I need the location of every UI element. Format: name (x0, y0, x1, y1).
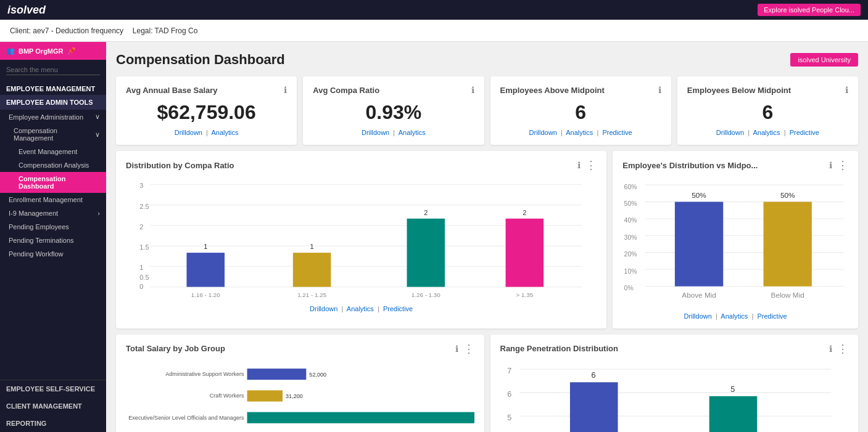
sidebar-item-pending-workflow[interactable]: Pending Workflow (0, 247, 106, 261)
stat-card-links-1: Drilldown | Analytics (126, 129, 287, 136)
employee-admin-tools-label: EMPLOYEE ADMIN TOOLS (0, 95, 106, 110)
svg-text:31,200: 31,200 (286, 393, 303, 399)
sidebar-item-event-mgmt[interactable]: Event Management (0, 145, 106, 158)
sidebar-item-comp-analysis[interactable]: Compensation Analysis (0, 158, 106, 172)
svg-text:1.26 - 1.30: 1.26 - 1.30 (411, 291, 441, 298)
sidebar-item-i9-mgmt[interactable]: I-9 Management › (0, 206, 106, 220)
stat-card-links-4: Drilldown | Analytics | Predictive (687, 129, 848, 136)
svg-text:6: 6 (507, 390, 511, 399)
analytics-link-2[interactable]: Analytics (399, 129, 426, 136)
chart-midpoint-actions: ℹ ⋮ (829, 160, 848, 171)
explore-cta-button[interactable]: Explore isolved People Clou... (758, 4, 861, 16)
dots-menu-salary[interactable]: ⋮ (463, 343, 474, 354)
svg-text:1: 1 (139, 264, 143, 271)
info-icon-compa[interactable]: ℹ (577, 160, 581, 170)
chart-range-actions: ℹ ⋮ (829, 343, 848, 354)
sidebar-item-pending-terminations[interactable]: Pending Terminations (0, 234, 106, 247)
analytics-link-compa[interactable]: Analytics (347, 305, 374, 312)
stat-card-value-1: $62,759.06 (126, 101, 287, 124)
user-group-icon: 👥 (6, 47, 15, 55)
analytics-link-1[interactable]: Analytics (211, 129, 238, 136)
svg-text:3: 3 (139, 182, 143, 189)
analytics-link-3[interactable]: Analytics (566, 129, 593, 136)
dots-menu-compa[interactable]: ⋮ (585, 160, 597, 171)
predictive-link-compa[interactable]: Predictive (383, 305, 413, 312)
drilldown-link-3[interactable]: Drilldown (529, 129, 557, 136)
chart-compa-actions: ℹ ⋮ (577, 160, 597, 171)
svg-text:50%: 50% (692, 191, 707, 199)
svg-text:1.5: 1.5 (139, 243, 149, 251)
sidebar-bottom: EMPLOYEE SELF-SERVICE CLIENT MANAGEMENT … (0, 380, 106, 432)
stat-card-title-4: Employees Below Midpoint (687, 86, 791, 95)
predictive-link-3[interactable]: Predictive (602, 129, 632, 136)
sidebar-item-reporting[interactable]: REPORTING (0, 415, 106, 432)
chevron-down-icon: ∨ (95, 131, 100, 139)
stat-card-header-2: Avg Compa Ratio ℹ (313, 85, 474, 95)
info-icon-2[interactable]: ℹ (471, 85, 474, 95)
svg-text:5: 5 (730, 385, 735, 394)
chevron-right-icon: › (97, 210, 100, 217)
info-icon-3[interactable]: ℹ (658, 85, 661, 95)
bar-1-16-1-20 (186, 253, 225, 287)
bar-above-mid (675, 202, 723, 286)
drilldown-link-2[interactable]: Drilldown (362, 129, 389, 136)
svg-text:1: 1 (204, 243, 207, 250)
sidebar-item-enrollment-mgmt[interactable]: Enrollment Management (0, 193, 106, 206)
info-icon-range[interactable]: ℹ (829, 344, 832, 354)
stat-card-title-2: Avg Compa Ratio (313, 86, 379, 95)
org-mgr-section[interactable]: 👥 BMP OrgMGR 📌 (0, 42, 106, 60)
info-icon-midpoint[interactable]: ℹ (829, 160, 832, 170)
sidebar-item-compensation-mgmt[interactable]: Compensation Management ∨ (0, 124, 106, 145)
stat-card-value-4: 6 (687, 101, 848, 124)
info-icon-salary[interactable]: ℹ (455, 344, 458, 354)
drilldown-link-1[interactable]: Drilldown (175, 129, 202, 136)
stat-card-links-3: Drilldown | Analytics | Predictive (500, 129, 661, 136)
sidebar-item-client-mgmt[interactable]: CLIENT MANAGEMENT (0, 397, 106, 415)
chart-distribution-compa: Distribution by Compa Ratio ℹ ⋮ 3 2.5 2 … (116, 151, 606, 328)
university-button[interactable]: isolved University (790, 53, 858, 67)
svg-text:0.5: 0.5 (139, 274, 149, 281)
sidebar-item-comp-dashboard[interactable]: Compensation Dashboard (0, 172, 106, 193)
bar-gt-1-35 (506, 219, 544, 287)
svg-text:1.21 - 1.25: 1.21 - 1.25 (297, 291, 327, 298)
svg-text:Executive/Senior Level Officia: Executive/Senior Level Officials and Man… (128, 415, 244, 421)
predictive-link-4[interactable]: Predictive (790, 129, 819, 136)
chart-distribution-midpoint: Employee's Distribution vs Midpo... ℹ ⋮ … (613, 151, 858, 328)
svg-text:60%: 60% (624, 184, 637, 190)
sidebar: 👥 BMP OrgMGR 📌 EMPLOYEE MANAGEMENT EMPLO… (0, 42, 106, 432)
client-info: Client: aev7 - Deduction frequency (10, 26, 123, 35)
org-mgr-label: BMP OrgMGR (19, 47, 64, 55)
separator (126, 26, 130, 35)
salary-job-chart: Administrative Support Workers 52,000 Cr… (126, 361, 474, 432)
svg-text:50%: 50% (780, 191, 795, 199)
drilldown-link-4[interactable]: Drilldown (716, 129, 744, 136)
svg-text:10%: 10% (624, 268, 637, 275)
drilldown-link-midpoint[interactable]: Drilldown (684, 312, 712, 320)
bar-executive (247, 412, 474, 423)
svg-text:2: 2 (424, 209, 428, 216)
chart-salary-title: Total Salary by Job Group (126, 344, 225, 353)
sidebar-item-pending-employees[interactable]: Pending Employees (0, 220, 106, 234)
info-icon-4[interactable]: ℹ (845, 85, 848, 95)
svg-text:6: 6 (591, 371, 595, 380)
predictive-link-midpoint[interactable]: Predictive (757, 312, 787, 320)
search-input[interactable] (6, 65, 100, 75)
svg-text:30%: 30% (624, 234, 637, 241)
stat-card-header-4: Employees Below Midpoint ℹ (687, 85, 848, 95)
stat-card-header-3: Employees Above Midpoint ℹ (500, 85, 661, 95)
sidebar-item-employee-self-service[interactable]: EMPLOYEE SELF-SERVICE (0, 380, 106, 397)
pin-icon: 📌 (67, 47, 76, 55)
sidebar-item-employee-admin[interactable]: Employee Administration ∨ (0, 110, 106, 124)
analytics-link-4[interactable]: Analytics (753, 129, 780, 136)
dots-menu-midpoint[interactable]: ⋮ (837, 160, 848, 171)
chart-range-penetration: Range Penetration Distribution ℹ ⋮ 7 6 5 (490, 335, 859, 432)
analytics-link-midpoint[interactable]: Analytics (721, 312, 748, 320)
chart-range-header: Range Penetration Distribution ℹ ⋮ (500, 343, 849, 354)
svg-text:1.16 - 1.20: 1.16 - 1.20 (191, 291, 221, 298)
svg-text:2.5: 2.5 (139, 203, 149, 210)
dots-menu-range[interactable]: ⋮ (837, 343, 848, 354)
info-icon-1[interactable]: ℹ (284, 85, 287, 95)
bar-range-2 (709, 396, 757, 432)
stat-card-title-3: Employees Above Midpoint (500, 86, 605, 95)
drilldown-link-compa[interactable]: Drilldown (310, 305, 337, 312)
